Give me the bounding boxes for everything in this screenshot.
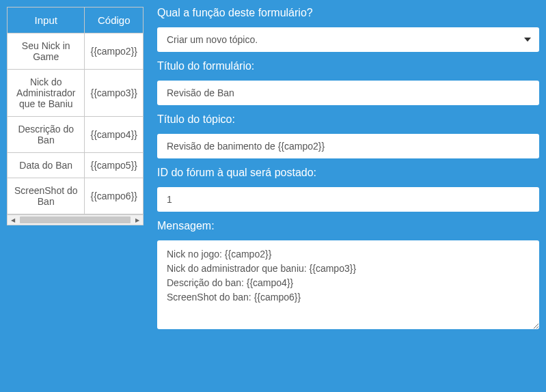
scroll-right-icon[interactable]: ▶: [132, 215, 143, 225]
table-wrapper: Input Código Seu Nick in Game {{campo2}}…: [7, 7, 144, 214]
function-select[interactable]: Criar um novo tópico.: [157, 27, 539, 52]
scrollbar-thumb[interactable]: [20, 216, 131, 223]
message-textarea[interactable]: [157, 240, 539, 329]
table-row: Nick do Administrador que te Baniu {{cam…: [8, 70, 144, 117]
table-row: Descrição do Ban {{campo4}}: [8, 117, 144, 153]
forum-id-label: ID do fórum à qual será postado:: [157, 167, 539, 179]
table-cell-code: {{campo2}}: [85, 33, 144, 70]
table-header-code: Código: [85, 8, 144, 33]
table-row: Data do Ban {{campo5}}: [8, 153, 144, 178]
table-header-input: Input: [8, 8, 85, 33]
table-cell-code: {{campo5}}: [85, 153, 144, 178]
table-cell-input: Seu Nick in Game: [8, 33, 85, 70]
horizontal-scrollbar[interactable]: ◀ ▶: [7, 214, 144, 225]
forum-id-input[interactable]: [157, 187, 539, 212]
table-cell-input: ScreenShot do Ban: [8, 178, 85, 214]
table-row: Seu Nick in Game {{campo2}}: [8, 33, 144, 70]
message-label: Mensagem:: [157, 220, 539, 232]
title-label: Título do formulário:: [157, 60, 539, 72]
table-cell-code: {{campo3}}: [85, 70, 144, 117]
table-cell-input: Data do Ban: [8, 153, 85, 178]
table-row: ScreenShot do Ban {{campo6}}: [8, 178, 144, 214]
table-cell-input: Descrição do Ban: [8, 117, 85, 153]
title-input[interactable]: [157, 81, 539, 105]
codes-table: Input Código Seu Nick in Game {{campo2}}…: [7, 7, 144, 214]
right-panel: Qual a função deste formulário? Criar um…: [157, 7, 539, 385]
left-panel: Input Código Seu Nick in Game {{campo2}}…: [7, 7, 144, 385]
topic-title-label: Título do tópico:: [157, 113, 539, 126]
table-cell-input: Nick do Administrador que te Baniu: [8, 70, 85, 117]
function-label: Qual a função deste formulário?: [157, 7, 539, 19]
topic-title-input[interactable]: [157, 134, 539, 158]
scroll-left-icon[interactable]: ◀: [8, 215, 18, 225]
table-cell-code: {{campo6}}: [85, 178, 144, 214]
table-cell-code: {{campo4}}: [85, 117, 144, 153]
